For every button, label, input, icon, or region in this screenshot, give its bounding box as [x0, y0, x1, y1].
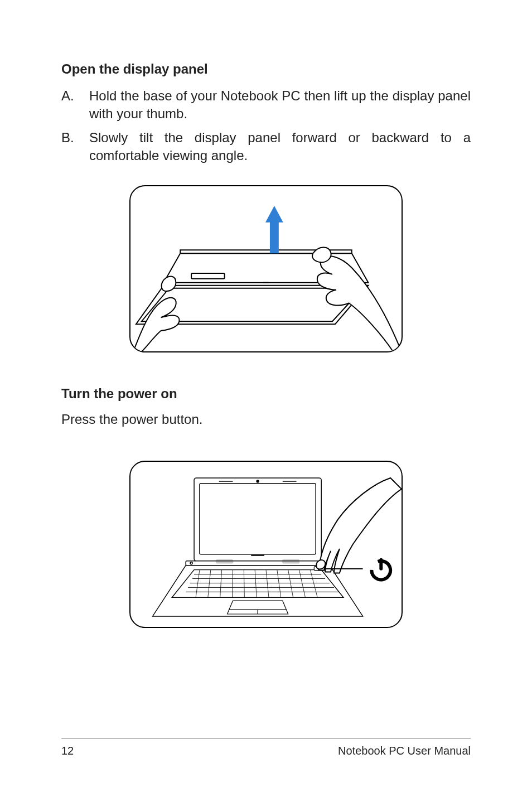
svg-rect-10 [186, 561, 330, 565]
list-marker: A. [61, 87, 89, 123]
svg-point-6 [257, 480, 259, 482]
svg-rect-30 [379, 558, 383, 570]
body-press-power: Press the power button. [61, 412, 471, 427]
manual-page: Open the display panel A. Hold the base … [0, 0, 532, 802]
svg-rect-12 [283, 559, 299, 563]
list-text: Hold the base of your Notebook PC then l… [89, 87, 471, 123]
svg-rect-11 [216, 559, 233, 563]
list-text: Slowly tilt the display panel forward or… [89, 129, 471, 165]
power-on-illustration-icon [130, 461, 402, 628]
page-footer: 12 Notebook PC User Manual [61, 738, 471, 757]
heading-turn-power-on: Turn the power on [61, 386, 471, 402]
figure-frame [129, 461, 403, 628]
footer-rule [61, 738, 471, 739]
doc-title: Notebook PC User Manual [338, 745, 471, 757]
steps-list: A. Hold the base of your Notebook PC the… [61, 87, 471, 165]
figure-open-display [61, 185, 471, 352]
svg-rect-5 [200, 483, 316, 554]
svg-rect-2 [270, 221, 279, 253]
open-display-illustration-icon [130, 185, 402, 352]
list-item: A. Hold the base of your Notebook PC the… [61, 87, 471, 123]
figure-power-on [61, 461, 471, 628]
list-item: B. Slowly tilt the display panel forward… [61, 129, 471, 165]
power-icon [368, 557, 394, 583]
svg-rect-0 [191, 273, 225, 278]
svg-marker-3 [265, 205, 283, 222]
svg-point-13 [190, 562, 192, 564]
page-number: 12 [61, 745, 74, 757]
list-marker: B. [61, 129, 89, 165]
heading-open-display: Open the display panel [61, 61, 471, 77]
figure-frame [129, 185, 403, 352]
